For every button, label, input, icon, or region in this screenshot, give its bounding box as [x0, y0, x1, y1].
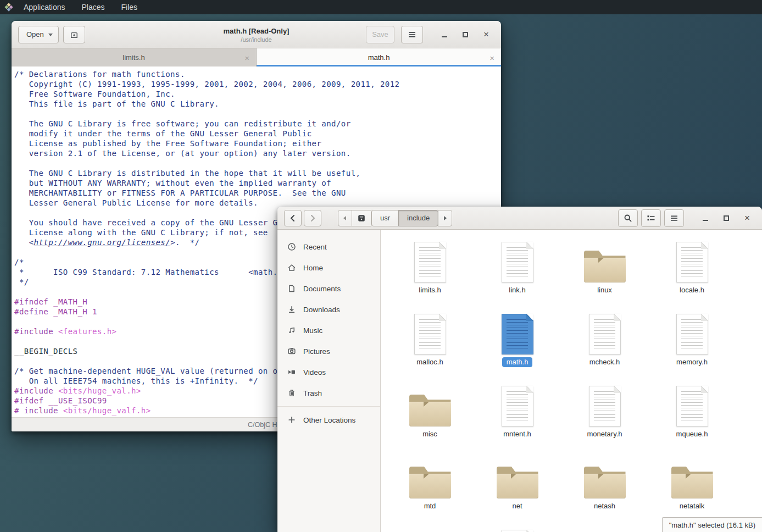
file-icon: [502, 314, 533, 354]
save-button[interactable]: Save: [366, 26, 394, 43]
file-item-misc[interactable]: misc: [386, 383, 474, 455]
maximize-icon: [463, 32, 468, 37]
file-label: mntent.h: [499, 429, 536, 439]
file-label: linux: [593, 285, 616, 295]
path-segment-usr[interactable]: usr: [371, 210, 399, 226]
file-item-malloc.h[interactable]: malloc.h: [386, 311, 474, 383]
sidebar-item-downloads[interactable]: Downloads: [277, 299, 380, 320]
file-item-locale.h[interactable]: locale.h: [648, 239, 736, 311]
search-button[interactable]: [618, 209, 638, 227]
top-menubar: ApplicationsPlacesFiles: [0, 0, 762, 14]
file-label: mcheck.h: [585, 357, 625, 367]
triangle-left-icon: [342, 215, 348, 221]
sidebar-item-other-locations[interactable]: Other Locations: [277, 409, 380, 430]
chevron-left-icon: [288, 214, 297, 223]
file-item-mqueue.h[interactable]: mqueue.h: [648, 383, 736, 455]
path-bar: usrinclude: [338, 210, 452, 226]
sidebar-item-label: Other Locations: [303, 416, 355, 424]
file-item-netash[interactable]: netash: [561, 455, 648, 527]
file-label: netash: [589, 501, 620, 511]
file-icon: [502, 530, 533, 532]
path-scroll-right-button[interactable]: [438, 210, 452, 226]
file-item-mtd[interactable]: mtd: [386, 455, 474, 527]
tab-close-icon[interactable]: [244, 53, 249, 62]
file-item-link.h[interactable]: link.h: [474, 239, 561, 311]
file-item-partial[interactable]: [474, 527, 561, 532]
minimize-icon: [442, 36, 447, 37]
places-sidebar: RecentHomeDocumentsDownloadsMusicPicture…: [277, 230, 381, 532]
file-item-memory.h[interactable]: memory.h: [648, 311, 736, 383]
chevron-down-icon: [48, 34, 53, 38]
sidebar-item-pictures[interactable]: Pictures: [277, 341, 380, 362]
file-item-partial[interactable]: [386, 527, 474, 532]
file-label: limits.h: [414, 285, 445, 295]
back-button[interactable]: [284, 210, 302, 226]
new-document-button[interactable]: [63, 26, 85, 43]
folder-icon: [409, 467, 451, 498]
file-item-monetary.h[interactable]: monetary.h: [561, 383, 648, 455]
files-toolbar: usrinclude: [277, 207, 762, 230]
maximize-icon: [724, 215, 729, 221]
file-item-limits.h[interactable]: limits.h: [386, 239, 474, 311]
icon-box: [676, 311, 708, 354]
menubar-item-applications[interactable]: Applications: [15, 0, 74, 14]
sidebar-item-videos[interactable]: Videos: [277, 362, 380, 383]
tab-close-icon[interactable]: [490, 53, 494, 62]
code-line: License as published by the Free Softwar…: [14, 139, 501, 149]
menubar-item-places[interactable]: Places: [74, 0, 113, 14]
file-label: mtd: [420, 501, 441, 511]
icon-box: [497, 455, 538, 498]
file-item-linux[interactable]: linux: [561, 239, 648, 311]
code-line: [14, 159, 501, 169]
file-label: net: [508, 501, 526, 511]
camera-icon: [287, 347, 296, 356]
open-button[interactable]: Open: [18, 26, 59, 43]
tab-math.h[interactable]: math.h: [257, 48, 501, 66]
new-document-icon: [70, 30, 79, 39]
home-icon: [287, 263, 296, 272]
sidebar-item-label: Downloads: [303, 306, 340, 314]
path-root-drive-button[interactable]: [352, 210, 371, 226]
menu-button[interactable]: [664, 209, 684, 227]
code-line: The GNU C Library is free software; you …: [14, 119, 501, 129]
menubar-item-files[interactable]: Files: [113, 0, 146, 14]
maximize-button[interactable]: [457, 26, 474, 43]
video-icon: [287, 368, 296, 376]
file-label: link.h: [504, 285, 530, 295]
path-segment-include[interactable]: include: [398, 210, 438, 226]
chevron-right-icon: [308, 214, 317, 223]
file-item-math.h[interactable]: math.h: [474, 311, 561, 383]
minimize-button[interactable]: [697, 210, 714, 226]
tab-limits.h[interactable]: limits.h: [12, 48, 257, 66]
sidebar-item-home[interactable]: Home: [277, 257, 380, 278]
icon-box: [502, 527, 533, 532]
hamburger-icon: [670, 214, 678, 223]
icon-box: [676, 239, 708, 282]
document-icon: [287, 284, 296, 293]
sidebar-item-documents[interactable]: Documents: [277, 278, 380, 299]
menu-button[interactable]: [401, 26, 423, 43]
view-list-button[interactable]: [641, 209, 661, 227]
file-item-net[interactable]: net: [474, 455, 561, 527]
file-icon: [676, 242, 708, 282]
file-icon: [589, 314, 621, 354]
folder-icon: [584, 251, 626, 282]
sidebar-item-music[interactable]: Music: [277, 320, 380, 341]
sidebar-item-trash[interactable]: Trash: [277, 383, 380, 403]
plus-icon: [287, 415, 296, 424]
maximize-button[interactable]: [718, 210, 735, 226]
download-icon: [287, 305, 296, 314]
file-icon: [414, 242, 446, 282]
minimize-button[interactable]: [436, 26, 453, 43]
file-item-netatalk[interactable]: netatalk: [648, 455, 736, 527]
close-button[interactable]: [739, 210, 755, 226]
file-item-mcheck.h[interactable]: mcheck.h: [561, 311, 648, 383]
path-scroll-left-button[interactable]: [338, 210, 352, 226]
sidebar-item-recent[interactable]: Recent: [277, 236, 380, 257]
close-button[interactable]: [478, 26, 494, 43]
file-item-mntent.h[interactable]: mntent.h: [474, 383, 561, 455]
file-label: netatalk: [675, 501, 709, 511]
close-icon: [744, 213, 750, 223]
forward-button[interactable]: [304, 210, 321, 226]
file-item-partial[interactable]: [561, 527, 648, 532]
